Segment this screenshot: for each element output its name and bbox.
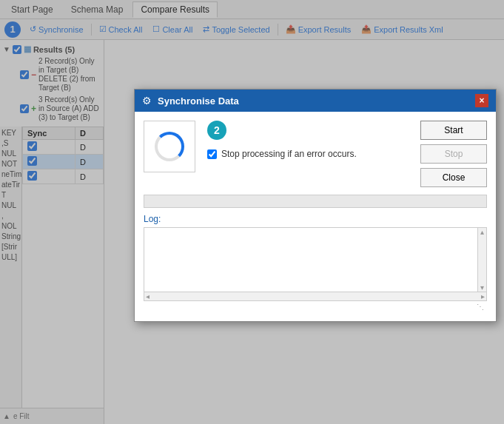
log-section: Log: ◂ ▸ ▴ ▾ — [144, 214, 487, 301]
modal-close-x-button[interactable]: × — [475, 94, 488, 107]
stop-on-error-checkbox[interactable] — [207, 149, 217, 159]
modal-top-section: 2 Stop processing if an error occurs. St… — [144, 121, 487, 187]
stop-on-error-label: Stop processing if an error occurs. — [221, 149, 357, 159]
modal-controls-area: 2 Stop processing if an error occurs. — [207, 121, 409, 159]
progress-bar-container — [144, 195, 487, 208]
log-area-container: ◂ ▸ ▴ ▾ — [144, 227, 487, 301]
modal-title-text: Synchronise Data — [158, 95, 469, 107]
modal-body: 2 Stop processing if an error occurs. St… — [135, 112, 496, 321]
step2-badge: 2 — [207, 121, 226, 140]
scroll-up-icon[interactable]: ▴ — [480, 228, 484, 236]
stop-button[interactable]: Stop — [420, 144, 487, 164]
close-button[interactable]: Close — [420, 168, 487, 187]
modal-title-bar: ⚙ Synchronise Data × — [135, 90, 496, 112]
modal-buttons: Start Stop Close — [420, 121, 487, 187]
modal-title-icon: ⚙ — [142, 95, 152, 107]
start-button[interactable]: Start — [420, 121, 487, 140]
synchronise-modal: ⚙ Synchronise Data × 2 Stop processing i… — [134, 89, 497, 322]
scroll-left-icon[interactable]: ◂ — [144, 292, 149, 300]
stop-on-error-row: Stop processing if an error occurs. — [207, 149, 409, 159]
sync-spinner — [155, 132, 184, 161]
log-label: Log: — [144, 214, 487, 224]
log-scrollbar-v: ▴ ▾ — [477, 228, 486, 292]
log-textarea[interactable] — [144, 228, 486, 293]
scroll-down-icon[interactable]: ▾ — [480, 283, 484, 292]
scroll-right-icon[interactable]: ▸ — [481, 292, 486, 300]
modal-overlay: ⚙ Synchronise Data × 2 Stop processing i… — [0, 0, 504, 424]
log-scrollbar-h: ◂ ▸ — [144, 292, 486, 300]
modal-resize-corner[interactable]: ⋱ — [144, 301, 487, 312]
sync-icon-area — [144, 121, 195, 172]
